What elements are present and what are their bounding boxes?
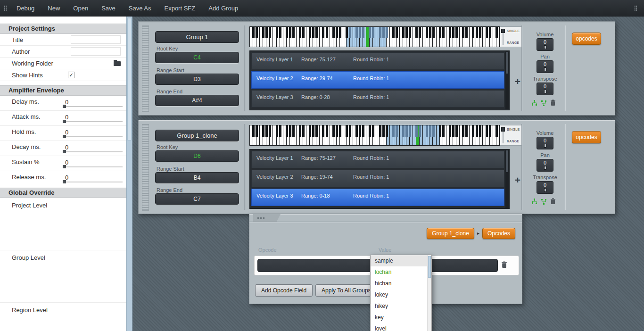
piano-key-black[interactable] bbox=[349, 27, 351, 38]
piano-key-black[interactable] bbox=[462, 125, 464, 137]
piano-key-black[interactable] bbox=[392, 125, 395, 137]
piano-key-black[interactable] bbox=[396, 125, 398, 137]
group-name-button[interactable]: Group 1_clone bbox=[155, 130, 239, 141]
piano-key-black[interactable] bbox=[252, 27, 255, 38]
piano-key-black[interactable] bbox=[479, 27, 481, 38]
velocity-list-scrollbar[interactable] bbox=[505, 51, 509, 109]
piano-key-black[interactable] bbox=[346, 27, 348, 38]
piano-key-black[interactable] bbox=[489, 27, 491, 38]
range-end-button[interactable]: C7 bbox=[155, 193, 239, 205]
piano-key-black[interactable] bbox=[256, 27, 258, 38]
dropdown-item-lokey[interactable]: lokey bbox=[371, 289, 431, 300]
piano-key-black[interactable] bbox=[386, 125, 388, 137]
piano-key-black[interactable] bbox=[332, 27, 335, 38]
trash-icon[interactable] bbox=[550, 198, 556, 205]
piano-key-black[interactable] bbox=[386, 27, 388, 38]
piano-key-black[interactable] bbox=[465, 125, 468, 137]
piano-key-black[interactable] bbox=[355, 125, 358, 137]
piano-key-black[interactable] bbox=[322, 125, 324, 137]
velocity-layer-row-selected[interactable]: Velocity Layer 2 Range: 29-74 Round Robi… bbox=[251, 71, 504, 89]
volume-stepper[interactable]: 0 bbox=[537, 38, 553, 51]
sustain-slider-handle[interactable] bbox=[63, 165, 66, 168]
dropdown-item-lochan[interactable]: lochan bbox=[371, 266, 431, 278]
dropdown-item-hichan[interactable]: hichan bbox=[371, 278, 431, 289]
toggle-slider-handle[interactable] bbox=[501, 29, 505, 33]
piano-key-black[interactable] bbox=[432, 27, 435, 38]
pan-stepper[interactable]: 0 bbox=[537, 60, 553, 73]
piano-key-black[interactable] bbox=[455, 27, 458, 38]
piano-key-black[interactable] bbox=[432, 125, 435, 137]
piano-key-black[interactable] bbox=[372, 27, 374, 38]
menu-item-open[interactable]: Open bbox=[73, 5, 88, 12]
piano-key-black[interactable] bbox=[279, 125, 281, 137]
piano-key-black[interactable] bbox=[332, 125, 335, 137]
piano-key-black[interactable] bbox=[379, 125, 381, 137]
piano-key-black[interactable] bbox=[312, 27, 314, 38]
piano-key-black[interactable] bbox=[372, 125, 374, 137]
piano-key-black[interactable] bbox=[269, 125, 271, 137]
transpose-knob[interactable] bbox=[544, 90, 546, 93]
region-level-input[interactable] bbox=[70, 303, 126, 331]
piano-key-black[interactable] bbox=[462, 27, 464, 38]
piano-key-black[interactable] bbox=[302, 27, 305, 38]
piano-key-black[interactable] bbox=[442, 125, 445, 137]
piano-key-black[interactable] bbox=[382, 27, 385, 38]
velocity-list-scrollbar-thumb[interactable] bbox=[506, 52, 508, 74]
piano-key-black[interactable] bbox=[362, 27, 364, 38]
piano-key-black[interactable] bbox=[369, 27, 371, 38]
add-opcode-field-button[interactable]: Add Opcode Field bbox=[255, 284, 313, 297]
piano-key-black[interactable] bbox=[476, 125, 478, 137]
transpose-stepper[interactable]: 0 bbox=[537, 181, 553, 194]
transpose-stepper[interactable]: 0 bbox=[537, 83, 553, 95]
opcodes-button[interactable]: opcodes bbox=[572, 131, 601, 143]
release-slider[interactable] bbox=[63, 182, 123, 182]
piano-key-black[interactable] bbox=[489, 125, 491, 137]
range-end-button[interactable]: A#4 bbox=[155, 95, 239, 106]
menu-item-new[interactable]: New bbox=[48, 5, 60, 12]
attack-slider-handle[interactable] bbox=[63, 120, 66, 123]
merge-icon[interactable] bbox=[541, 199, 547, 205]
menu-item-add-group[interactable]: Add Group bbox=[208, 5, 238, 12]
piano-key-black[interactable] bbox=[359, 27, 361, 38]
title-input[interactable] bbox=[71, 35, 121, 44]
dropdown-item-hikey[interactable]: hikey bbox=[371, 300, 431, 312]
piano-key-black[interactable] bbox=[405, 125, 408, 137]
piano-key-black[interactable] bbox=[476, 27, 478, 38]
pan-knob[interactable] bbox=[544, 166, 546, 170]
sidebar-scrollbar[interactable] bbox=[126, 17, 132, 331]
delay-slider-handle[interactable] bbox=[63, 105, 66, 108]
piano-key-black[interactable] bbox=[289, 125, 291, 137]
release-slider-handle[interactable] bbox=[63, 180, 66, 183]
piano-key-black[interactable] bbox=[415, 27, 418, 38]
dropdown-item-lovel[interactable]: lovel bbox=[371, 323, 431, 331]
piano-key-black[interactable] bbox=[326, 125, 328, 137]
piano-key-black[interactable] bbox=[292, 27, 295, 38]
piano-key-black[interactable] bbox=[486, 27, 488, 38]
group-level-input[interactable] bbox=[70, 250, 126, 302]
piano-key-black[interactable] bbox=[286, 125, 288, 137]
piano-key-black[interactable] bbox=[465, 27, 468, 38]
menu-item-save-as[interactable]: Save As bbox=[129, 5, 151, 12]
hold-slider[interactable] bbox=[63, 136, 123, 137]
volume-knob[interactable] bbox=[544, 45, 546, 49]
piano-key-black[interactable] bbox=[336, 27, 338, 38]
piano-key-black[interactable] bbox=[449, 27, 451, 38]
piano-key-black[interactable] bbox=[439, 27, 441, 38]
piano-key-black[interactable] bbox=[309, 125, 311, 137]
piano-key-black[interactable] bbox=[415, 125, 418, 137]
menu-item-export-sfz[interactable]: Export SFZ bbox=[164, 5, 195, 12]
velocity-list-scrollbar[interactable] bbox=[505, 150, 509, 208]
panel-drag-grip[interactable] bbox=[142, 124, 149, 211]
piano-key-black[interactable] bbox=[419, 125, 421, 137]
transpose-knob[interactable] bbox=[544, 188, 546, 192]
menu-item-save[interactable]: Save bbox=[101, 5, 116, 12]
velocity-layer-row-selected[interactable]: Velocity Layer 3 Range: 0-18 Round Robin… bbox=[251, 189, 504, 206]
piano-key-black[interactable] bbox=[392, 27, 395, 38]
attack-slider[interactable] bbox=[63, 121, 123, 122]
root-key-button[interactable]: C4 bbox=[155, 52, 239, 63]
piano-key-black[interactable] bbox=[312, 125, 314, 137]
dropdown-item-key[interactable]: key bbox=[371, 312, 431, 323]
piano-key-black[interactable] bbox=[309, 27, 311, 38]
single-range-toggle[interactable]: SINGLE RANGE bbox=[500, 26, 522, 47]
piano-key-black[interactable] bbox=[339, 27, 341, 38]
